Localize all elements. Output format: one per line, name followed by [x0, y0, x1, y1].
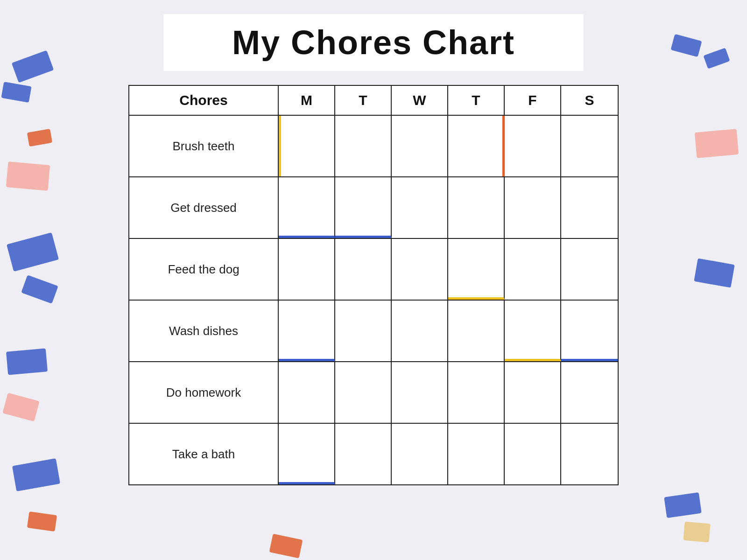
check-cell[interactable] [561, 239, 618, 300]
chore-row-wash-dishes: Wash dishes [129, 301, 618, 362]
check-cell[interactable] [392, 177, 448, 238]
decoration-blob-14 [683, 522, 710, 543]
decoration-blob-9 [27, 511, 57, 532]
check-cell[interactable] [279, 239, 335, 300]
chores-column-header: Chores [129, 86, 279, 115]
decoration-blob-15 [664, 492, 702, 518]
check-cell[interactable] [279, 362, 335, 423]
check-cell[interactable] [448, 177, 505, 238]
check-cell[interactable] [561, 301, 618, 361]
chore-label-do-homework: Do homework [129, 362, 279, 423]
day-header-tue: T [335, 86, 392, 115]
day-header-wed: W [392, 86, 448, 115]
check-cell[interactable] [392, 424, 448, 484]
check-cell[interactable] [561, 424, 618, 484]
check-cell[interactable] [505, 362, 561, 423]
check-cell[interactable] [392, 362, 448, 423]
check-cell[interactable] [335, 301, 392, 361]
check-cell[interactable] [505, 239, 561, 300]
check-cell[interactable] [505, 301, 561, 361]
page-title: My Chores Chart [232, 24, 515, 61]
chore-label-feed-dog: Feed the dog [129, 239, 279, 300]
chore-label-take-bath: Take a bath [129, 424, 279, 484]
check-cell[interactable] [505, 116, 561, 176]
check-cell[interactable] [448, 239, 505, 300]
check-cell[interactable] [561, 362, 618, 423]
decoration-blob-16 [269, 534, 303, 559]
title-bar: My Chores Chart [163, 14, 584, 71]
chore-label-get-dressed: Get dressed [129, 177, 279, 238]
main-content: My Chores Chart Chores M T W T F S Brush… [0, 0, 747, 485]
chore-row-feed-dog: Feed the dog [129, 239, 618, 301]
chore-row-get-dressed: Get dressed [129, 177, 618, 239]
check-cell[interactable] [392, 301, 448, 361]
check-cell[interactable] [392, 116, 448, 176]
day-header-sat: S [561, 86, 618, 115]
chore-row-take-bath: Take a bath [129, 424, 618, 484]
check-cell[interactable] [561, 177, 618, 238]
check-cell[interactable] [279, 177, 335, 238]
check-cell[interactable] [505, 177, 561, 238]
check-cell[interactable] [505, 424, 561, 484]
check-cell[interactable] [279, 116, 335, 176]
check-cell[interactable] [335, 362, 392, 423]
day-header-mon: M [279, 86, 335, 115]
check-cell[interactable] [448, 301, 505, 361]
chores-chart: Chores M T W T F S Brush teeth Get dress… [128, 85, 619, 485]
check-cell[interactable] [335, 177, 392, 238]
check-cell[interactable] [448, 362, 505, 423]
check-cell[interactable] [335, 239, 392, 300]
chore-row-brush-teeth: Brush teeth [129, 116, 618, 177]
chore-label-brush-teeth: Brush teeth [129, 116, 279, 176]
check-cell[interactable] [335, 424, 392, 484]
check-cell[interactable] [561, 116, 618, 176]
day-header-thu: T [448, 86, 505, 115]
check-cell[interactable] [448, 424, 505, 484]
chore-label-wash-dishes: Wash dishes [129, 301, 279, 361]
chore-row-do-homework: Do homework [129, 362, 618, 424]
chart-header: Chores M T W T F S [129, 86, 618, 116]
check-cell[interactable] [279, 301, 335, 361]
check-cell[interactable] [448, 116, 505, 176]
day-header-fri: F [505, 86, 561, 115]
check-cell[interactable] [335, 116, 392, 176]
check-cell[interactable] [279, 424, 335, 484]
check-cell[interactable] [392, 239, 448, 300]
